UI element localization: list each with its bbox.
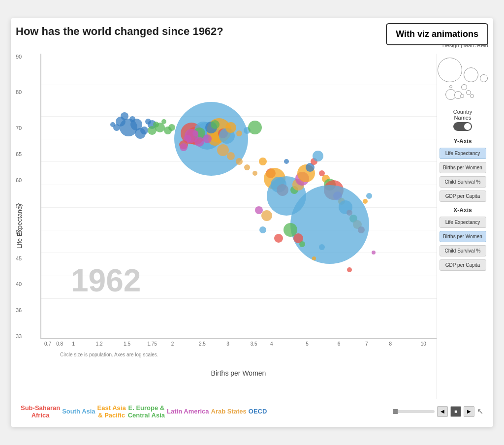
bubble xyxy=(110,122,115,127)
bubble xyxy=(236,130,242,136)
y-axis-child-survival[interactable]: Child Survival % xyxy=(440,176,486,188)
x-axis-gdp-per-capita[interactable]: GDP per Capita xyxy=(440,259,486,271)
country-names-toggle-section: CountryNames xyxy=(453,109,472,131)
y-axis-births-per-women[interactable]: Births per Women xyxy=(440,162,486,173)
x-axis-label: Births per Women xyxy=(40,369,437,377)
bubble xyxy=(299,241,305,247)
bubble xyxy=(290,185,369,264)
bubble xyxy=(180,143,188,151)
bubble xyxy=(372,251,376,254)
bubble xyxy=(129,116,135,122)
y-axis-section-title: Y-Axis xyxy=(454,138,472,145)
bubble xyxy=(236,158,243,165)
bubble xyxy=(161,119,166,124)
bubble xyxy=(135,128,146,139)
x-axis-section-title: X-Axis xyxy=(453,207,472,214)
y-axis-life-expectancy[interactable]: Life Expectancy xyxy=(440,148,486,159)
toggle-label: CountryNames xyxy=(453,109,472,121)
legend-east-asia-pacific[interactable]: East Asia& Pacific xyxy=(97,404,126,419)
year-watermark: 1962 xyxy=(71,262,141,299)
bubble xyxy=(145,119,151,125)
bubble xyxy=(313,151,323,161)
axis-note: Circle size is population. Axes are log … xyxy=(60,352,437,357)
bubble xyxy=(366,193,372,199)
bubble xyxy=(363,199,368,204)
legend-oecd[interactable]: OECD xyxy=(249,408,267,415)
chart-title: How has the world changed since 1962? xyxy=(16,25,223,38)
legend-latin-america[interactable]: Latin America xyxy=(167,408,209,415)
bubble xyxy=(261,210,272,221)
chart-plot-area: 1962 xyxy=(40,54,437,339)
cursor-indicator: ↖ xyxy=(477,407,483,416)
viz-badge: With viz animations xyxy=(386,23,488,45)
legend-row: Sub-SaharanAfrica South Asia East Asia& … xyxy=(16,399,488,422)
bubble xyxy=(203,134,212,143)
bubble xyxy=(319,244,325,250)
x-axis-births-per-women[interactable]: Births per Women xyxy=(440,231,486,242)
legend-e-europe-central-asia[interactable]: E. Europe &Central Asia xyxy=(128,404,165,419)
bubble xyxy=(225,122,236,133)
stop-button[interactable]: ■ xyxy=(450,406,461,417)
bubble xyxy=(211,120,220,129)
x-axis-life-expectancy[interactable]: Life Expectancy xyxy=(440,217,486,228)
bubble xyxy=(168,124,175,131)
legend-arab-states[interactable]: Arab States xyxy=(211,408,247,415)
y-axis-gdp-per-capita[interactable]: GDP per Capita xyxy=(440,191,486,202)
next-button[interactable]: ▶ xyxy=(464,406,474,417)
bubble xyxy=(248,121,262,134)
bubble xyxy=(192,130,198,136)
main-container: With viz animations How has the world ch… xyxy=(11,18,493,427)
bubble xyxy=(148,126,157,135)
size-legend-large xyxy=(438,58,488,82)
bubble xyxy=(227,152,235,160)
prev-button[interactable]: ◀ xyxy=(437,406,448,417)
legend-south-asia[interactable]: South Asia xyxy=(62,408,95,415)
country-names-toggle[interactable] xyxy=(453,122,472,131)
bubble xyxy=(274,234,283,243)
bubble xyxy=(312,256,316,260)
bubble xyxy=(252,171,257,176)
bubble xyxy=(347,267,352,272)
bubble xyxy=(284,223,297,237)
sidebar: CountryNames Y-Axis Life Expectancy Birt… xyxy=(437,54,488,399)
x-axis-child-survival[interactable]: Child Survival % xyxy=(440,245,486,256)
size-legend-clustered xyxy=(445,84,480,105)
playback-section: ◀ ■ ▶ ↖ xyxy=(395,406,483,417)
bubble xyxy=(284,159,289,164)
bubble xyxy=(259,158,267,165)
bubble xyxy=(121,112,128,120)
bubble xyxy=(259,226,266,233)
bubble xyxy=(244,164,250,170)
legend-sub-saharan-africa[interactable]: Sub-SaharanAfrica xyxy=(21,404,60,419)
progress-bar[interactable] xyxy=(395,410,435,413)
